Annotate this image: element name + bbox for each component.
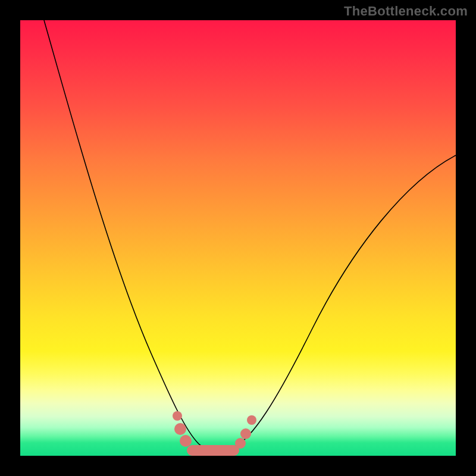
bottleneck-curve — [44, 20, 456, 451]
marker-dot-left-upper — [173, 411, 182, 421]
marker-dot-left-mid — [174, 423, 186, 435]
plot-area — [20, 20, 456, 456]
marker-dot-right-upper — [247, 415, 256, 425]
chart-svg — [20, 20, 456, 456]
attribution-watermark: TheBottleneck.com — [344, 4, 468, 19]
marker-dot-right-low — [235, 438, 246, 449]
marker-dot-left-low — [180, 435, 192, 447]
marker-dot-right-mid — [240, 428, 251, 439]
